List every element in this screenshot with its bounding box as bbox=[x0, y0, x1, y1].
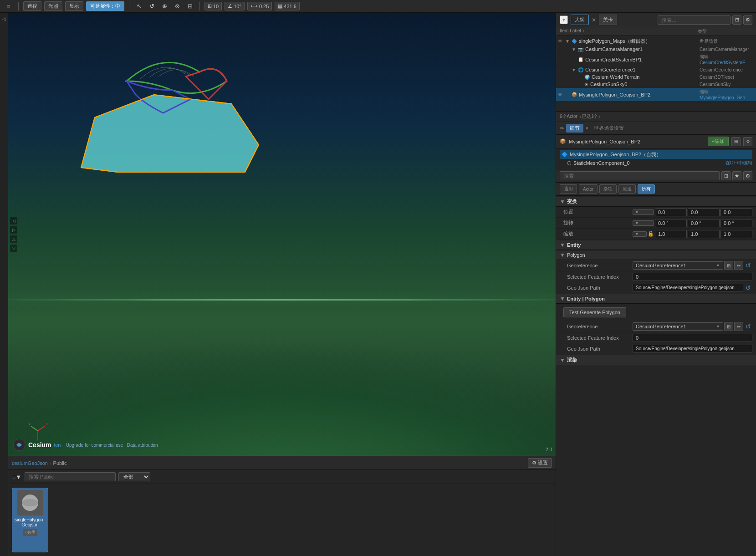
expand-0[interactable]: ▼ bbox=[565, 39, 571, 44]
details-star-btn[interactable]: ★ bbox=[732, 171, 741, 180]
geo-reset-btn-2[interactable]: ↺ bbox=[744, 322, 752, 331]
filter-select[interactable]: 全部 bbox=[118, 472, 150, 481]
details-search-input[interactable] bbox=[560, 171, 720, 180]
scale-z[interactable] bbox=[720, 230, 752, 238]
cesium-logo: Cesium ion · Upgrade for commercial use … bbox=[13, 439, 158, 451]
layout-btn-1[interactable]: ⊞ bbox=[731, 137, 741, 146]
expand-3[interactable]: ▼ bbox=[572, 67, 577, 72]
select-tool[interactable]: ↖ bbox=[134, 1, 144, 11]
add-component-btn[interactable]: +添加 bbox=[708, 137, 729, 146]
rotate-tool[interactable]: ⊕ bbox=[159, 1, 169, 11]
filter-misc[interactable]: 杂项 bbox=[599, 184, 617, 194]
tree-item-6[interactable]: 👁 📦 MysinglePolygon_Geojson_BP2 编辑 Mysin… bbox=[556, 88, 756, 101]
outline-toggle[interactable]: ▼ bbox=[560, 15, 568, 24]
test-generate-btn[interactable]: Test Generate Polygon bbox=[563, 307, 626, 317]
filter-toggle-btn[interactable]: ≡▼ bbox=[12, 472, 22, 482]
pos-z[interactable] bbox=[720, 208, 752, 216]
tree-item-1[interactable]: ▼ 📷 CesiumCameraManager1 CesiumCameraMan… bbox=[556, 46, 756, 53]
v-icon-3[interactable]: △ bbox=[10, 235, 17, 243]
render-header[interactable]: ▼ 渲染 bbox=[556, 355, 756, 365]
eye-icon-0[interactable]: 👁 bbox=[558, 39, 564, 44]
geo-expand-btn-1[interactable]: ⊞ bbox=[724, 261, 733, 270]
expand-1[interactable]: ▼ bbox=[572, 47, 577, 52]
asset-label: singlePolygon_Geojson bbox=[15, 517, 46, 527]
lock-icon[interactable]: 🔓 bbox=[648, 231, 654, 237]
filter-common[interactable]: 通用 bbox=[560, 184, 577, 194]
scale-y[interactable] bbox=[688, 230, 720, 238]
georeference-dropdown-2[interactable]: CesiumGeoreference1 ▼ bbox=[633, 322, 723, 331]
pos-y[interactable] bbox=[688, 208, 720, 216]
layout-btn-2[interactable]: ⚙ bbox=[743, 137, 752, 146]
left-icon-1[interactable]: ◁ bbox=[1, 16, 6, 21]
geojson-value-1: ↺ bbox=[633, 284, 752, 292]
transform-header[interactable]: ▼ 变换 bbox=[556, 197, 756, 207]
asset-item[interactable]: singlePolygon_Geojson +共类 bbox=[12, 488, 48, 552]
filter-stream[interactable]: 流送 bbox=[618, 184, 636, 194]
outline-settings-btn[interactable]: ⚙ bbox=[743, 15, 752, 25]
transform-tool[interactable]: ⊞ bbox=[185, 1, 195, 11]
feature-index-input-1[interactable] bbox=[633, 273, 752, 281]
geojson-reset-btn-1[interactable]: ↺ bbox=[744, 284, 752, 292]
scalability-btn[interactable]: 可延展性：中 bbox=[86, 1, 124, 11]
properties-area: ▼ 变换 位置 ▼ bbox=[556, 196, 756, 556]
outline-search-input[interactable] bbox=[658, 15, 730, 25]
type-link-6[interactable]: MysinglePolygon_Geo bbox=[700, 95, 745, 100]
details-view-btn[interactable]: ⊞ bbox=[721, 171, 730, 180]
details-tab-edit[interactable]: 细节 bbox=[566, 124, 583, 133]
filter-all[interactable]: 所有 bbox=[638, 184, 655, 194]
details-gear-btn[interactable]: ⚙ bbox=[743, 171, 752, 180]
entity-header[interactable]: ▼ Entity bbox=[556, 240, 756, 250]
v-icon-4[interactable]: ▽ bbox=[10, 245, 17, 252]
v-icon-1[interactable]: ◁ bbox=[10, 217, 17, 224]
tree-item-5[interactable]: ☀ CesiumSunSky0 CesiumSunSky bbox=[556, 81, 756, 88]
eye-icon-6[interactable]: 👁 bbox=[558, 92, 564, 97]
georeference-label-1: Georeference bbox=[560, 263, 633, 268]
scale-x[interactable] bbox=[655, 230, 687, 238]
feature-index-label-text-1: Selected Feature Index bbox=[567, 274, 619, 280]
rot-x[interactable] bbox=[655, 219, 687, 227]
geojson-input-2[interactable] bbox=[633, 345, 752, 352]
move-tool[interactable]: ↺ bbox=[147, 1, 157, 11]
menu-icon[interactable]: ≡ bbox=[4, 1, 14, 11]
geo-reset-btn-1[interactable]: ↺ bbox=[744, 261, 752, 270]
pos-x[interactable] bbox=[655, 208, 687, 216]
tree-item-2[interactable]: 📋 CesiumCreditSystemBP1 编辑 CesiumCreditS… bbox=[556, 53, 756, 66]
view-lighting-btn[interactable]: 光照 bbox=[44, 1, 62, 11]
comp-self[interactable]: 🔷 MysinglePolygon_Geojson_BP2（自我） bbox=[560, 150, 752, 159]
feature-index-input-2[interactable] bbox=[633, 334, 752, 342]
viewport-3d[interactable]: X Y Z ◁ ▷ △ ▽ Cesium ion · Upgr bbox=[8, 13, 556, 456]
view-perspective-btn[interactable]: 透视 bbox=[23, 1, 41, 11]
view-show-btn[interactable]: 显示 bbox=[65, 1, 83, 11]
comp-mesh[interactable]: ⬡ StaticMeshComponent_0 在C++中编辑 bbox=[560, 159, 752, 167]
settings-btn[interactable]: ⚙ 设置 bbox=[528, 458, 552, 468]
type-link-2[interactable]: CesiumCreditSystemE bbox=[700, 60, 746, 65]
filter-actor[interactable]: Actor bbox=[579, 184, 598, 194]
tree-item-4[interactable]: 🌍 Cesium World Terrain Cesium3DTileset bbox=[556, 73, 756, 81]
geo-edit-btn-1[interactable]: ✏ bbox=[734, 261, 743, 270]
tree-item-3[interactable]: ▼ 🌐 CesiumGeoreference1 CesiumGeoreferen… bbox=[556, 66, 756, 73]
feature-index-label-2: Selected Feature Index bbox=[560, 335, 633, 341]
scale-tool[interactable]: ⊗ bbox=[172, 1, 182, 11]
geo-expand-btn-2[interactable]: ⊞ bbox=[724, 322, 733, 331]
bottom-search-input[interactable] bbox=[25, 472, 116, 481]
breadcrumb-root[interactable]: cesiumGeoJson bbox=[12, 460, 48, 466]
geo-edit-btn-2[interactable]: ✏ bbox=[734, 322, 743, 331]
transform-title: 变换 bbox=[567, 198, 577, 205]
details-tab-close[interactable]: × bbox=[585, 125, 588, 132]
geojson-input-1[interactable] bbox=[633, 284, 743, 291]
polygon-title: Polygon bbox=[567, 252, 585, 258]
outline-tab[interactable]: 大纲 bbox=[571, 15, 589, 25]
rot-z[interactable] bbox=[720, 219, 752, 227]
rot-y[interactable] bbox=[688, 219, 720, 227]
details-tab-world[interactable]: 世界场景设置 bbox=[590, 124, 628, 133]
entity-polygon-header[interactable]: ▼ Entity | Polygon bbox=[556, 294, 756, 304]
outline-filter-btn[interactable]: ⊞ bbox=[732, 15, 741, 25]
type-0: 世界场景 bbox=[700, 38, 754, 45]
outline-close[interactable]: ✕ bbox=[592, 17, 596, 23]
polygon-subsection-header[interactable]: ▼ Polygon bbox=[556, 250, 756, 260]
v-icon-2[interactable]: ▷ bbox=[10, 226, 17, 234]
tree-item-0[interactable]: 👁 ▼ 🔷 singlePolygon_Maps（编辑器） 世界场景 bbox=[556, 37, 756, 46]
comp-edit-link[interactable]: 在C++中编辑 bbox=[725, 160, 752, 166]
georeference-dropdown-1[interactable]: CesiumGeoreference1 ▼ bbox=[633, 261, 723, 270]
level-tab[interactable]: 关卡 bbox=[599, 15, 617, 25]
